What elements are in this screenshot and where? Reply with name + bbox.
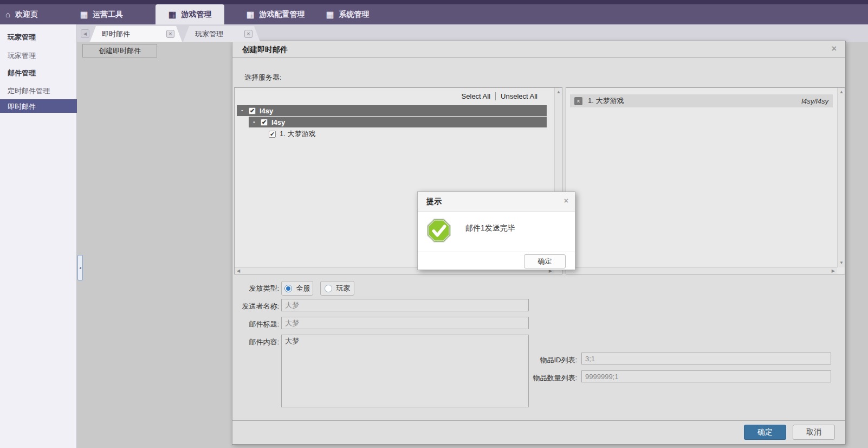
module-icon: ▦ xyxy=(80,10,88,18)
tab-player-management[interactable]: 玩家管理 × xyxy=(183,26,260,42)
sidebar: 玩家管理 玩家管理 邮件管理 定时邮件管理 即时邮件 xyxy=(0,24,77,448)
tab-label: 玩家管理 xyxy=(195,29,223,39)
tab-label: 即时邮件 xyxy=(102,29,130,39)
module-icon: ▦ xyxy=(326,10,334,18)
confirm-button[interactable]: 确定 xyxy=(744,425,786,440)
tree-node-group[interactable]: - ✔ l4sy xyxy=(249,117,547,127)
tab-close-icon[interactable]: × xyxy=(166,30,174,38)
nav-label: 欢迎页 xyxy=(15,10,38,20)
nav-item-welcome[interactable]: ⌂ 欢迎页 xyxy=(5,4,38,24)
checkbox-checked-icon[interactable]: ✔ xyxy=(261,119,268,126)
modal-body: 邮件1发送完毕 xyxy=(418,212,575,252)
nav-item-game-config-management[interactable]: ▦ 游戏配置管理 xyxy=(247,4,305,24)
scroll-right-icon[interactable]: ▶ xyxy=(832,269,835,273)
home-icon: ⌂ xyxy=(5,10,10,18)
nav-item-system-management[interactable]: ▦ 系统管理 xyxy=(326,4,369,24)
radio-label: 全服 xyxy=(296,284,310,293)
subtab-bar: ◀ 即时邮件 × 玩家管理 × xyxy=(77,24,868,42)
mail-title-input[interactable] xyxy=(281,317,529,329)
sidebar-header-mail-management: 邮件管理 xyxy=(8,68,36,78)
selected-server-path: l4sy/l4sy xyxy=(801,97,828,105)
radio-player[interactable]: 玩家 xyxy=(320,281,354,296)
checkbox-checked-icon[interactable]: ✔ xyxy=(269,131,276,138)
send-type-label: 发放类型: xyxy=(235,284,279,293)
modal-header: 提示 × xyxy=(418,192,575,212)
item-count-list-input[interactable] xyxy=(581,370,831,382)
scroll-left-icon[interactable]: ◀ xyxy=(237,269,240,273)
select-server-label: 选择服务器: xyxy=(244,73,282,82)
select-all-link[interactable]: Select All xyxy=(457,92,495,100)
sidebar-collapse-handle[interactable]: ◂ xyxy=(77,255,83,280)
nav-item-game-management[interactable]: ▦ 游戏管理 xyxy=(156,4,224,24)
module-icon: ▦ xyxy=(169,10,176,18)
tree-node-server[interactable]: ✔ 1. 大梦游戏 xyxy=(265,129,547,139)
scroll-down-icon[interactable]: ▼ xyxy=(839,261,844,265)
mail-title-label: 邮件标题: xyxy=(235,319,279,329)
modal-ok-button[interactable]: 确定 xyxy=(524,254,566,268)
item-id-list-input[interactable] xyxy=(581,353,831,364)
scroll-left-icon: ◀ xyxy=(83,31,87,36)
unselect-all-link[interactable]: Unselect All xyxy=(495,92,542,100)
cancel-button[interactable]: 取消 xyxy=(793,425,835,440)
collapse-left-icon: ◂ xyxy=(79,266,81,270)
item-count-list-label: 物品数量列表: xyxy=(523,373,577,383)
nav-label: 系统管理 xyxy=(339,10,369,20)
tree-node-label[interactable]: 1. 大梦游戏 xyxy=(280,129,315,139)
modal-close-icon[interactable]: × xyxy=(564,196,568,205)
tree-node-root[interactable]: - ✔ l4sy xyxy=(237,105,547,116)
nav-label: 运营工具 xyxy=(93,10,123,20)
checkbox-checked-icon[interactable]: ✔ xyxy=(249,107,256,114)
screen: ⌂ 欢迎页 ▦ 运营工具 ▦ 游戏管理 ▦ 游戏配置管理 ▦ 系统管理 玩家管理… xyxy=(0,0,868,448)
modal-title: 提示 xyxy=(426,197,442,207)
sidebar-item-instant-mail[interactable]: 即时邮件 xyxy=(0,99,77,113)
selected-server-row: × 1. 大梦游戏 l4sy/l4sy xyxy=(570,94,833,107)
dialog-title: 创建即时邮件 xyxy=(242,45,288,55)
dialog-close-icon[interactable]: × xyxy=(832,44,837,54)
radio-selected-icon[interactable] xyxy=(284,285,292,292)
tab-scroll-left-button[interactable]: ◀ xyxy=(81,29,89,38)
item-id-list-label: 物品ID列表: xyxy=(523,355,577,365)
scroll-up-icon[interactable]: ▲ xyxy=(839,90,844,94)
radio-all-servers[interactable]: 全服 xyxy=(281,281,313,296)
prompt-modal: 提示 × 邮件1发送完毕 确定 xyxy=(417,191,575,270)
sidebar-item-player-management[interactable]: 玩家管理 xyxy=(8,51,36,61)
sender-name-label: 发送者名称: xyxy=(235,302,279,311)
modal-footer: 确定 xyxy=(418,252,575,270)
sidebar-header-player-management: 玩家管理 xyxy=(8,33,36,42)
nav-label: 游戏配置管理 xyxy=(259,10,305,20)
tree-node-label[interactable]: l4sy xyxy=(271,118,285,126)
top-navigation: ⌂ 欢迎页 ▦ 运营工具 ▦ 游戏管理 ▦ 游戏配置管理 ▦ 系统管理 xyxy=(0,4,868,24)
tree-collapse-icon[interactable]: - xyxy=(239,107,245,114)
selected-servers-panel: × 1. 大梦游戏 l4sy/l4sy ▲ ▼ ▶ xyxy=(566,87,845,274)
sidebar-item-scheduled-mail[interactable]: 定时邮件管理 xyxy=(8,86,50,96)
dialog-footer: 确定 取消 xyxy=(232,420,845,444)
radio-unselected-icon[interactable] xyxy=(325,285,332,292)
nav-item-operation-tools[interactable]: ▦ 运营工具 xyxy=(80,4,123,24)
radio-label: 玩家 xyxy=(336,284,351,293)
dialog-header: 创建即时邮件 × xyxy=(232,41,845,57)
tree-select-links: Select All Unselect All xyxy=(457,92,542,100)
selected-horizontal-scrollbar[interactable]: ▶ xyxy=(566,267,837,274)
tab-close-icon[interactable]: × xyxy=(244,30,252,38)
scroll-up-icon[interactable]: ▲ xyxy=(556,90,561,94)
module-icon: ▦ xyxy=(247,10,254,18)
window-top-strip xyxy=(0,0,868,4)
success-check-icon xyxy=(426,218,451,243)
selected-vertical-scrollbar[interactable]: ▲ ▼ xyxy=(837,88,845,267)
sender-name-input[interactable] xyxy=(281,299,529,311)
mail-content-label: 邮件内容: xyxy=(235,337,279,347)
selected-server-label: 1. 大梦游戏 xyxy=(588,96,624,106)
tree-node-label[interactable]: l4sy xyxy=(260,107,273,115)
remove-icon[interactable]: × xyxy=(574,97,582,105)
modal-message: 邮件1发送完毕 xyxy=(465,223,515,233)
create-instant-mail-button[interactable]: 创建即时邮件 xyxy=(82,44,157,57)
mail-content-textarea[interactable]: 大梦 xyxy=(281,335,529,407)
tab-instant-mail[interactable]: 即时邮件 × xyxy=(90,26,182,42)
tree-collapse-icon[interactable]: - xyxy=(251,118,257,126)
nav-label: 游戏管理 xyxy=(181,10,211,20)
